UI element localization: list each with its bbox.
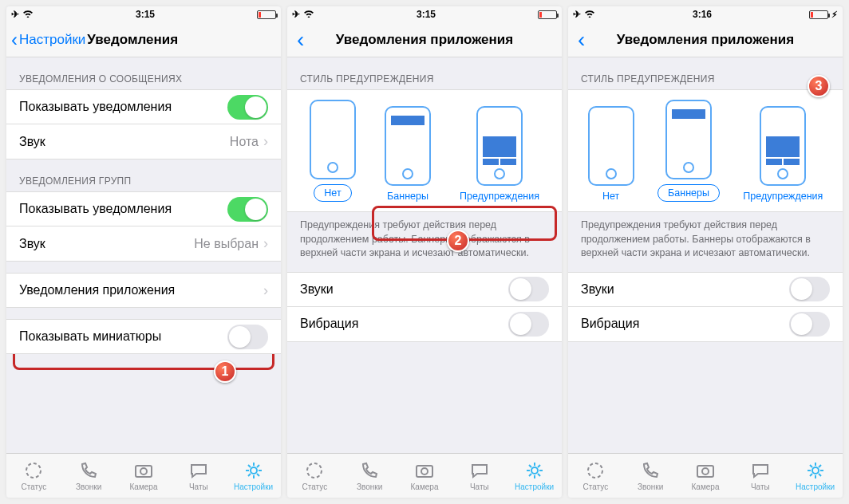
svg-point-2 xyxy=(140,468,147,474)
svg-point-11 xyxy=(812,467,819,474)
toggle-sounds[interactable] xyxy=(508,277,549,301)
status-time: 3:15 xyxy=(417,9,436,20)
status-bar: ✈︎ 3:15 xyxy=(6,6,281,22)
battery-icon xyxy=(809,10,828,19)
row-vibration[interactable]: Вибрация xyxy=(287,307,562,342)
style-none[interactable]: Нет xyxy=(588,106,634,202)
wifi-icon xyxy=(22,9,34,20)
svg-point-0 xyxy=(26,463,41,478)
section-header-alert-style: СТИЛЬ ПРЕДУПРЕЖДЕНИЯ xyxy=(287,57,562,89)
tab-settings[interactable]: Настройки xyxy=(788,454,843,498)
back-button[interactable]: ‹ xyxy=(292,22,309,57)
tab-status[interactable]: Статус xyxy=(6,454,61,498)
nav-title: Уведомления приложения xyxy=(568,32,843,48)
tab-chats[interactable]: Чаты xyxy=(171,454,226,498)
toggle-show-notifications[interactable] xyxy=(227,95,268,120)
airplane-icon: ✈︎ xyxy=(573,9,581,20)
toggle-vibration[interactable] xyxy=(789,312,830,337)
style-alerts[interactable]: Предупреждения xyxy=(743,106,823,202)
phone-none-icon xyxy=(588,106,634,186)
toggle-show-notifications-group[interactable] xyxy=(227,197,268,222)
tab-chats[interactable]: Чаты xyxy=(452,454,507,498)
tab-calls[interactable]: Звонки xyxy=(342,454,397,498)
tab-settings[interactable]: Настройки xyxy=(226,454,281,498)
tab-status[interactable]: Статус xyxy=(568,454,623,498)
screen-2: ✈︎ 3:15 ‹ Уведомления приложения СТИЛЬ П… xyxy=(287,6,562,498)
row-sounds[interactable]: Звуки xyxy=(568,272,843,307)
tab-bar: Статус Звонки Камера Чаты Настройки xyxy=(568,453,843,498)
tab-camera[interactable]: Камера xyxy=(397,454,452,498)
row-sounds[interactable]: Звуки xyxy=(287,272,562,307)
status-time: 3:16 xyxy=(693,9,712,20)
charging-icon: ⚡︎ xyxy=(831,10,838,20)
phone-alert-icon xyxy=(760,106,806,186)
status-bar: ✈︎ 3:15 xyxy=(287,6,562,22)
badge-2: 2 xyxy=(447,230,469,252)
svg-point-3 xyxy=(251,467,257,474)
chevron-right-icon: › xyxy=(263,235,268,252)
screen-1: ✈︎ 3:15 ‹ Настройки Уведомления УВЕДОМЛЕ… xyxy=(6,6,281,498)
tab-camera[interactable]: Камера xyxy=(678,454,733,498)
chevron-right-icon: › xyxy=(263,282,268,299)
phone-none-icon xyxy=(310,100,356,179)
svg-point-8 xyxy=(588,463,602,478)
row-sound[interactable]: Звук Нота › xyxy=(6,124,281,159)
nav-bar: ‹ Уведомления приложения xyxy=(287,22,562,57)
alert-style-description: Предупреждения требуют действия перед пр… xyxy=(568,212,843,272)
row-show-notifications-group[interactable]: Показывать уведомления xyxy=(6,191,281,226)
wifi-icon xyxy=(303,9,314,20)
tab-settings[interactable]: Настройки xyxy=(507,454,562,498)
row-app-notifications[interactable]: Уведомления приложения › xyxy=(6,273,281,308)
badge-3: 3 xyxy=(808,75,830,97)
back-button[interactable]: ‹ xyxy=(573,22,590,57)
tab-bar: Статус Звонки Камера Чаты Настройки xyxy=(6,453,281,498)
nav-title: Уведомления приложения xyxy=(287,32,562,48)
phone-banner-icon xyxy=(665,100,712,179)
phone-banner-icon xyxy=(385,106,431,186)
row-show-notifications[interactable]: Показывать уведомления xyxy=(6,89,281,124)
tab-bar: Статус Звонки Камера Чаты Настройки xyxy=(287,453,562,498)
toggle-thumbnails[interactable] xyxy=(227,325,268,349)
row-sound-group[interactable]: Звук Не выбран › xyxy=(6,226,281,262)
row-vibration[interactable]: Вибрация xyxy=(568,307,843,342)
alert-style-description: Предупреждения требуют действия перед пр… xyxy=(287,212,562,272)
svg-point-4 xyxy=(307,463,322,478)
back-button[interactable]: ‹ Настройки xyxy=(11,29,85,51)
nav-title: Уведомления xyxy=(87,32,178,48)
toggle-sounds[interactable] xyxy=(789,277,830,301)
status-time: 3:15 xyxy=(136,9,155,20)
status-bar: ✈︎ 3:16 ⚡︎ xyxy=(568,6,843,22)
airplane-icon: ✈︎ xyxy=(11,9,19,20)
style-banners[interactable]: Баннеры xyxy=(657,100,720,202)
tab-chats[interactable]: Чаты xyxy=(733,454,788,498)
chevron-right-icon: › xyxy=(263,133,268,150)
section-header-groups: УВЕДОМЛЕНИЯ ГРУПП xyxy=(6,159,281,191)
row-show-thumbnails[interactable]: Показывать миниатюры xyxy=(6,319,281,354)
tab-calls[interactable]: Звонки xyxy=(61,454,116,498)
tab-status[interactable]: Статус xyxy=(287,454,342,498)
wifi-icon xyxy=(584,9,595,20)
section-header-alert-style: СТИЛЬ ПРЕДУПРЕЖДЕНИЯ xyxy=(568,57,843,89)
nav-bar: ‹ Настройки Уведомления xyxy=(6,22,281,57)
svg-point-10 xyxy=(702,468,709,474)
battery-icon xyxy=(257,10,276,19)
toggle-vibration[interactable] xyxy=(508,312,549,337)
svg-point-7 xyxy=(531,467,538,474)
tab-camera[interactable]: Камера xyxy=(116,454,172,498)
style-banners[interactable]: Баннеры xyxy=(385,106,431,202)
style-none[interactable]: Нет xyxy=(310,100,356,202)
badge-1: 1 xyxy=(214,360,236,383)
tab-calls[interactable]: Звонки xyxy=(623,454,678,498)
airplane-icon: ✈︎ xyxy=(292,9,300,20)
style-alerts[interactable]: Предупреждения xyxy=(460,106,539,202)
screen-3: ✈︎ 3:16 ⚡︎ ‹ Уведомления приложения СТИЛ… xyxy=(568,6,843,498)
battery-icon xyxy=(538,10,557,19)
phone-alert-icon xyxy=(476,106,523,186)
nav-bar: ‹ Уведомления приложения xyxy=(568,22,843,57)
section-header-messages: УВЕДОМЛЕНИЯ О СООБЩЕНИЯХ xyxy=(6,57,281,89)
svg-point-6 xyxy=(421,468,428,474)
